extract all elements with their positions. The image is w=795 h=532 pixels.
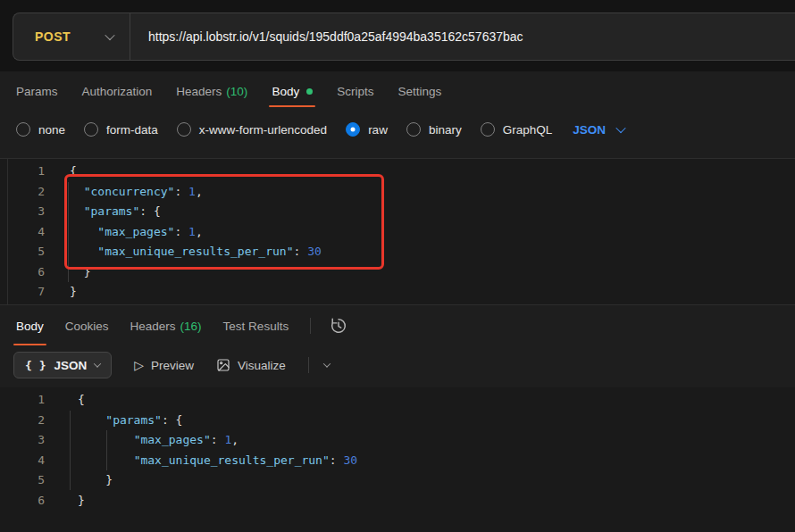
radio-icon [406,122,421,137]
response-tab-cookies[interactable]: Cookies [65,312,109,339]
code-text: } [45,282,77,303]
divider [308,357,309,373]
method-label: POST [35,29,71,44]
line-number: 2 [0,182,45,203]
code-line: 3 "max_pages": 1, [0,430,795,451]
radio-graphql[interactable]: GraphQL [481,122,553,137]
chevron-down-icon [105,30,114,40]
chevron-down-icon [94,360,101,367]
line-number: 7 [0,282,45,303]
url-input[interactable]: https://api.lobstr.io/v1/squids/195ddf0a… [130,13,523,60]
line-number: 6 [0,491,45,511]
response-format-label: JSON [54,359,87,372]
body-modified-dot-icon [306,88,313,95]
response-tabs: Body Cookies Headers (16) Test Results [16,312,348,339]
radio-icon [84,122,98,137]
request-url-header: POST https://api.lobstr.io/v1/squids/195… [0,0,795,71]
active-tab-underline [269,105,315,107]
radio-binary[interactable]: binary [406,122,462,137]
radio-form-data[interactable]: form-data [84,122,158,137]
body-type-selector: none form-data x-www-form-urlencoded raw… [16,113,624,145]
tab-authorization[interactable]: Authorization [82,75,153,107]
tab-headers[interactable]: Headers (10) [176,75,247,107]
indent-guide [70,411,71,490]
line-number: 5 [0,242,45,262]
response-code-lines: 1{2 "params": {3 "max_pages": 1,4 "max_u… [0,387,795,511]
response-format-selector[interactable]: { } JSON [13,352,112,378]
line-number: 4 [0,222,45,243]
code-text: } [45,491,85,511]
headers-count-badge: (10) [226,85,247,98]
visualize-image-icon [216,358,230,372]
response-tab-test-results[interactable]: Test Results [223,312,289,339]
radio-none[interactable]: none [16,122,65,137]
code-text: "max_unique_results_per_run": 30 [45,451,357,471]
response-tab-body[interactable]: Body [16,312,44,339]
line-number: 3 [0,202,45,222]
language-label: JSON [573,123,606,137]
code-line: 1{ [0,390,795,411]
tab-body[interactable]: Body [272,75,313,107]
line-number: 2 [0,411,45,431]
code-line: 7} [0,282,795,303]
tab-params[interactable]: Params [16,75,58,107]
radio-icon [177,122,191,137]
code-line: 4 "max_unique_results_per_run": 30 [0,451,795,471]
chevron-down-icon [615,123,625,133]
code-text: { [45,390,85,411]
code-line: 6} [0,491,795,511]
response-tab-headers[interactable]: Headers (16) [130,312,202,339]
radio-raw[interactable]: raw [346,122,388,137]
tab-scripts[interactable]: Scripts [337,75,373,107]
tab-settings[interactable]: Settings [398,75,441,107]
braces-icon: { } [25,359,46,372]
indent-guide [106,430,107,470]
request-tabs: Params Authorization Headers (10) Body S… [16,75,441,107]
response-body-editor: 1{2 "params": {3 "max_pages": 1,4 "max_u… [0,387,795,532]
line-number: 5 [0,470,45,491]
divider [310,318,311,334]
url-bar: POST https://api.lobstr.io/v1/squids/195… [13,12,795,61]
response-headers-count-badge: (16) [180,320,202,333]
line-number: 6 [0,262,45,283]
chevron-down-icon[interactable] [323,360,331,367]
line-number: 4 [0,451,45,471]
annotation-rectangle [64,174,384,270]
radio-icon [16,122,30,137]
code-text: } [45,470,113,491]
request-body-editor[interactable]: 1{2 "concurrency": 1,3 "params": {4 "max… [0,158,795,305]
method-selector[interactable]: POST [13,13,130,60]
radio-icon [481,122,495,137]
code-text: "params": { [45,411,182,431]
line-number: 3 [0,430,45,451]
radio-selected-icon [346,122,360,137]
preview-button[interactable]: ▷ Preview [134,358,194,372]
history-clock-icon [329,316,348,336]
code-text: "max_pages": 1, [45,430,238,451]
line-number: 1 [0,390,45,411]
visualize-button[interactable]: Visualize [216,358,286,372]
radio-x-www-form-urlencoded[interactable]: x-www-form-urlencoded [177,122,327,137]
preview-play-icon: ▷ [134,358,144,372]
line-number: 1 [0,162,45,182]
code-line: 2 "params": { [0,411,795,431]
active-tab-underline [13,344,46,345]
code-line: 5 } [0,470,795,491]
raw-language-selector[interactable]: JSON [573,123,624,137]
response-toolbar: { } JSON ▷ Preview Visualize [13,352,330,378]
response-history-button[interactable] [329,316,348,336]
